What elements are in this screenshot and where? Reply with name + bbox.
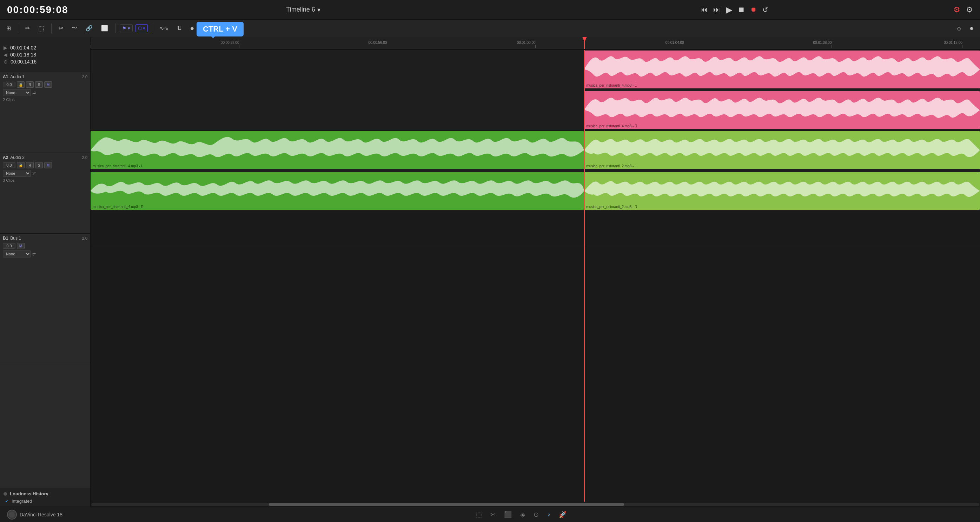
timeline-name: Timeline 6 ▾ [91, 6, 515, 14]
pencil-button[interactable]: ✏ [22, 24, 33, 33]
flag-button[interactable]: ⚑ ▾ [120, 24, 133, 32]
waveform-a2-R-post [584, 172, 980, 210]
box-button[interactable]: ⬜ [98, 24, 111, 33]
audio-clip-a2-R-pre[interactable]: musica_per_ristoranti_4.mp3 - R [91, 172, 584, 210]
scissors-button[interactable]: ✂ [56, 24, 66, 33]
ruler-label-5: 00:01:08:00 [813, 41, 832, 44]
track-a2-r-btn[interactable]: R [26, 162, 34, 168]
track-b1-name: Bus 1 [10, 236, 80, 241]
track-row-b1 [91, 211, 980, 246]
play-button[interactable]: ▶ [726, 5, 732, 15]
track-a2-channels: 2.0 [82, 155, 88, 160]
track-a1-lock-btn[interactable]: 🔒 [17, 81, 25, 88]
track-a1-pan-select[interactable]: None [3, 89, 31, 96]
track-a2-name: Audio 2 [10, 155, 80, 160]
track-a1-volume[interactable]: 0.0 [3, 82, 16, 87]
dot-button[interactable]: ● [187, 23, 197, 34]
track-a2-s-btn[interactable]: S [35, 162, 43, 168]
ruler-label-4: 00:01:04:00 [665, 41, 684, 44]
clip-label-a2-R-pre: musica_per_ristoranti_4.mp3 - R [93, 205, 143, 209]
toolbar-row: CTRL + V ⊞ ✏ ⬚ ✂ 〜 🔗 ⬜ ⚑ ▾ ⬡ ▾ ∿∿ ⇅ ● ◇ … [0, 20, 980, 37]
track-a1-name: Audio 1 [10, 75, 80, 79]
settings-red-button[interactable]: ⚙ [953, 5, 960, 14]
ruler-playhead-head [582, 37, 587, 42]
scrollbar-thumb[interactable] [269, 503, 624, 506]
scrollbar-track[interactable] [91, 503, 979, 506]
audio-clip-a2-R-post[interactable]: musica_per_ristoranti_2.mp3 - R [584, 172, 980, 210]
track-a1-clip-count: 2 Clips [3, 98, 88, 102]
loop-button[interactable]: ↺ [762, 6, 768, 14]
track-a2-pan-select[interactable]: None [3, 170, 31, 177]
track-a2-clip-count: 3 Clips [3, 178, 88, 182]
davinci-logo [7, 510, 17, 520]
loudness-title-row: Loudness History [3, 491, 87, 497]
waveform-a2-R-pre [91, 172, 584, 210]
track-b1-pan-icon[interactable]: ⇄ [32, 252, 36, 257]
track-b1-volume[interactable]: 0.0 [3, 243, 16, 249]
track-a2-controls: 0.0 🔒 R S M [3, 162, 88, 168]
stop-button[interactable]: ⏹ [738, 6, 745, 14]
header-spacer [0, 363, 90, 488]
nav-fusion-btn[interactable]: ◈ [520, 511, 525, 519]
clip-label-a1-L: musica_per_ristoranti_4.mp3 - L [586, 84, 636, 87]
nav-fairlight-btn[interactable]: ♪ [547, 511, 550, 518]
nav-color-btn[interactable]: ⊙ [533, 511, 539, 519]
bottom-nav: ⬚ ✂ ⬛ ◈ ⊙ ♪ 🚀 [476, 511, 566, 519]
diamond-button[interactable]: ◇ [954, 24, 964, 33]
audio-clip-a1-L[interactable]: musica_per_ristoranti_4.mp3 - L [584, 51, 980, 89]
zoom-button[interactable]: ⇅ [174, 24, 184, 33]
track-a1-pan-icon[interactable]: ⇄ [32, 90, 36, 95]
nav-deliver-btn[interactable]: 🚀 [559, 511, 566, 519]
ruler-tick-1 [239, 45, 239, 48]
track-a2-pan-icon[interactable]: ⇄ [32, 171, 36, 176]
ruler-mark-5: 00:01:08:00 [832, 45, 832, 48]
track-b1-controls: 0.0 M [3, 243, 88, 249]
nav-media-btn[interactable]: ⬚ [476, 511, 482, 519]
track-b1-m-btn[interactable]: M [17, 243, 25, 249]
flag-group: ⚑ ▾ [120, 24, 133, 32]
ruler-mark-3: 00:01:00:00 [535, 45, 536, 48]
transport-controls: ⏮ ⏭ ▶ ⏹ ⏺ ↺ [522, 5, 946, 15]
nav-edit-btn[interactable]: ⬛ [504, 511, 512, 519]
track-a2-m-btn[interactable]: M [44, 162, 52, 168]
audio-waveform-button[interactable]: ∿∿ [156, 24, 171, 33]
track-a2-top: A2 Audio 2 2.0 [3, 155, 88, 160]
track-content-area[interactable]: musica_per_ristoranti_4.mp3 - L musica_p… [91, 50, 980, 501]
loudness-panel: Loudness History ✓ Integrated [0, 488, 90, 506]
timecode-2: 00:01:18:18 [10, 52, 36, 57]
check-icon: ✓ [5, 498, 9, 504]
ruler-tick-5 [832, 45, 832, 48]
track-a2-dropdown: None ⇄ [3, 170, 88, 177]
track-a1-r-btn[interactable]: R [26, 81, 34, 88]
timecodes-panel: ▶ 00:01:04:02 ◀ 00:01:18:18 ⊙ 00:00:14:1… [0, 37, 90, 72]
duration-icon: ⊙ [3, 59, 8, 65]
track-a2-volume[interactable]: 0.0 [3, 162, 16, 168]
ruler-label-3: 00:01:00:00 [517, 41, 536, 44]
ruler-tick-6 [962, 45, 963, 48]
ruler-mark-6: 00:01:12:00 [962, 45, 963, 48]
go-to-start-button[interactable]: ⏮ [701, 6, 708, 14]
track-a1-top: A1 Audio 1 2.0 [3, 75, 88, 79]
lasso-button[interactable]: ⬚ [35, 23, 47, 34]
timeline-dropdown-icon[interactable]: ▾ [317, 6, 320, 14]
settings-button[interactable]: ⚙ [966, 5, 973, 14]
fast-forward-button[interactable]: ⏭ [713, 6, 720, 14]
audio-clip-a1-R[interactable]: musica_per_ristoranti_4.mp3 - R [584, 91, 980, 129]
flag-blue-button[interactable]: ⬡ ▾ [135, 24, 148, 32]
link-button[interactable]: 🔗 [83, 24, 95, 33]
track-a2-lock-btn[interactable]: 🔒 [17, 162, 25, 168]
record-button[interactable]: ⏺ [751, 6, 757, 13]
track-a1-m-btn[interactable]: M [44, 81, 52, 88]
track-a1-s-btn[interactable]: S [35, 81, 43, 88]
wave-button[interactable]: 〜 [69, 23, 80, 33]
audio-clip-a2-L-pre[interactable]: musica_per_ristoranti_4.mp3 - L [91, 131, 584, 169]
track-b1-dropdown: None ⇄ [3, 251, 88, 257]
grid-button[interactable]: ⊞ [3, 24, 14, 33]
dot2-button[interactable]: ● [967, 23, 977, 34]
nav-cut-btn[interactable]: ✂ [490, 511, 496, 519]
toolbar-right: ◇ ● [954, 23, 977, 34]
audio-clip-a2-L-post[interactable]: musica_per_ristoranti_2.mp3 - L [584, 131, 980, 169]
ctrl-v-tooltip: CTRL + V [197, 22, 243, 36]
track-b1-pan-select[interactable]: None [3, 251, 31, 257]
ruler-mark-4: 00:01:04:00 [684, 45, 684, 48]
